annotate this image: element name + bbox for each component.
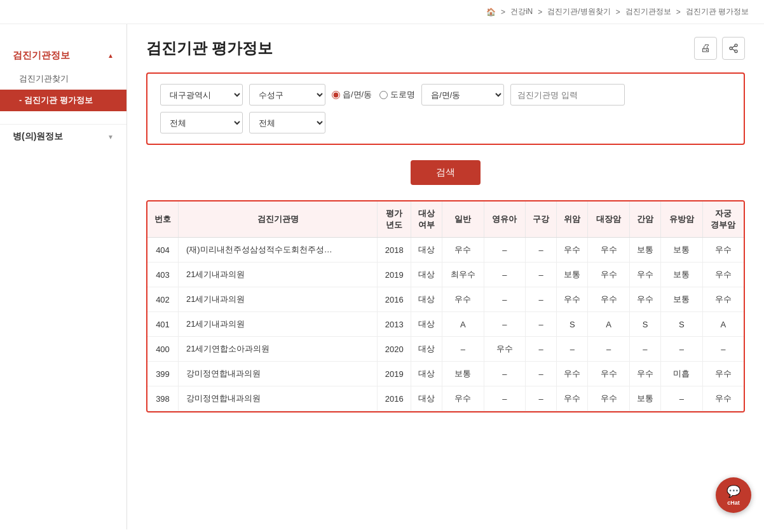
dong-select[interactable]: 읍/면/동 xyxy=(421,84,504,106)
svg-line-4 xyxy=(732,46,735,48)
col-header-breast: 유방암 xyxy=(661,201,703,238)
radio-dong-label[interactable]: 읍/면/동 xyxy=(332,89,372,100)
table-row[interactable]: 40121세기내과의원2013대상A––SASSA xyxy=(147,312,744,337)
search-btn-row: 검색 xyxy=(146,160,745,185)
table-row[interactable]: 40021세기연합소아과의원2020대상–우수–––––– xyxy=(147,337,744,362)
page-title-row: 검진기관 평가정보 🖨 xyxy=(146,37,745,60)
result-table-wrapper: 번호 검진기관명 평가년도 대상여부 일반 영유아 구강 위암 대장암 간암 유… xyxy=(146,200,745,413)
page-actions: 🖨 xyxy=(694,37,745,60)
col-header-general: 일반 xyxy=(442,201,484,238)
breadcrumb-separator: > xyxy=(676,8,681,17)
city-select[interactable]: 대구광역시 xyxy=(160,84,243,106)
svg-point-1 xyxy=(730,47,732,50)
sidebar-item-검진기관평가정보[interactable]: - 검진기관 평가정보 xyxy=(0,90,126,111)
table-row[interactable]: 398강미정연합내과의원2016대상우수––우수우수보통–우수 xyxy=(147,386,744,411)
chat-label: cHat xyxy=(727,500,740,506)
col-header-name: 검진기관명 xyxy=(179,201,378,238)
table-row[interactable]: 40321세기내과의원2019대상최우수––보통우수우수보통우수 xyxy=(147,263,744,287)
search-row-2: 전체 전체 xyxy=(160,112,731,133)
page-title: 검진기관 평가정보 xyxy=(146,38,273,58)
col-header-liver: 간암 xyxy=(629,201,660,238)
sidebar-item-검진기관찾기[interactable]: 검진기관찾기 xyxy=(0,68,126,90)
institution-name-input[interactable] xyxy=(510,84,625,106)
search-box: 대구광역시 수성구 읍/면/동 도로명 읍/면/동 xyxy=(146,72,745,145)
breadcrumb-item-1[interactable]: 건강iN xyxy=(510,6,533,17)
col-header-stomach: 위암 xyxy=(557,201,588,238)
sidebar-section2-arrow: ▼ xyxy=(107,133,114,140)
breadcrumb-separator: > xyxy=(616,8,620,17)
breadcrumb-item-2[interactable]: 검진기관/병원찾기 xyxy=(547,6,610,17)
radio-dong[interactable] xyxy=(332,91,340,99)
home-icon: 🏠 xyxy=(486,8,496,17)
col-header-oral: 구강 xyxy=(526,201,557,238)
radio-road[interactable] xyxy=(379,91,388,99)
svg-point-0 xyxy=(735,44,737,46)
col-header-cervix: 자궁경부암 xyxy=(702,201,744,238)
col-header-infant: 영유아 xyxy=(484,201,526,238)
chat-float: 💬 cHat xyxy=(716,477,751,513)
breadcrumb-item-4: 검진기관 평가정보 xyxy=(686,6,749,17)
sidebar-section1-title[interactable]: 검진기관정보 ▲ xyxy=(0,43,126,68)
radio-road-label[interactable]: 도로명 xyxy=(379,89,415,100)
main-content: 검진기관 평가정보 🖨 대구광역시 수성구 xyxy=(127,24,764,529)
col-header-year: 평가년도 xyxy=(378,201,411,238)
table-row[interactable]: 40221세기내과의원2016대상우수––우수우수우수보통우수 xyxy=(147,287,744,312)
sidebar-section1-arrow: ▲ xyxy=(107,52,114,59)
chat-button[interactable]: 💬 cHat xyxy=(716,477,751,513)
address-type-radio-group: 읍/면/동 도로명 xyxy=(332,89,415,100)
print-button[interactable]: 🖨 xyxy=(694,37,717,60)
category2-select[interactable]: 전체 xyxy=(249,112,325,133)
district-select[interactable]: 수성구 xyxy=(249,84,325,106)
search-row-1: 대구광역시 수성구 읍/면/동 도로명 읍/면/동 xyxy=(160,84,731,106)
svg-line-3 xyxy=(732,49,735,51)
breadcrumb-separator: > xyxy=(501,8,505,17)
search-button[interactable]: 검색 xyxy=(411,160,481,185)
table-header-row: 번호 검진기관명 평가년도 대상여부 일반 영유아 구강 위암 대장암 간암 유… xyxy=(147,201,744,238)
col-header-colon: 대장암 xyxy=(588,201,630,238)
table-row[interactable]: 399강미정연합내과의원2019대상보통––우수우수우수미흡우수 xyxy=(147,362,744,386)
result-table: 번호 검진기관명 평가년도 대상여부 일반 영유아 구강 위암 대장암 간암 유… xyxy=(147,201,744,411)
breadcrumb: 🏠 > 건강iN > 검진기관/병원찾기 > 검진기관정보 > 검진기관 평가정… xyxy=(0,0,764,24)
breadcrumb-item-3[interactable]: 검진기관정보 xyxy=(625,6,671,17)
share-button[interactable] xyxy=(722,37,745,60)
chat-icon: 💬 xyxy=(726,484,740,498)
col-header-target: 대상여부 xyxy=(411,201,442,238)
col-header-id: 번호 xyxy=(147,201,179,238)
breadcrumb-separator: > xyxy=(538,8,542,17)
category1-select[interactable]: 전체 xyxy=(160,112,243,133)
sidebar: 검진기관정보 ▲ 검진기관찾기 - 검진기관 평가정보 병(의)원정보 ▼ xyxy=(0,24,127,529)
sidebar-section2-title[interactable]: 병(의)원정보 ▼ xyxy=(0,124,126,149)
table-row[interactable]: 404(재)미리내천주성삼성적수도회천주성…2018대상우수––우수우수보통보통… xyxy=(147,238,744,263)
svg-point-2 xyxy=(735,50,737,53)
